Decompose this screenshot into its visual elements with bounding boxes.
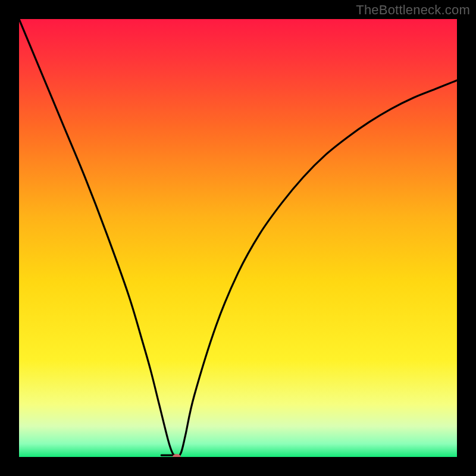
bottleneck-curve bbox=[19, 19, 457, 457]
curve-layer bbox=[19, 19, 457, 457]
plot-area bbox=[19, 19, 457, 457]
watermark-text: TheBottleneck.com bbox=[356, 2, 470, 18]
chart-frame: TheBottleneck.com bbox=[0, 0, 476, 476]
